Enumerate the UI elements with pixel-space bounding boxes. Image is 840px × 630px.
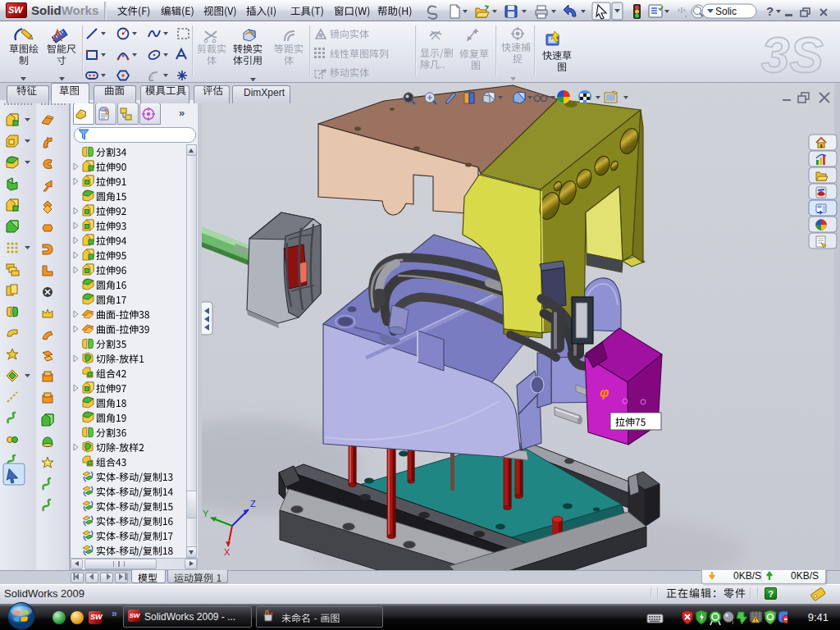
svg-text:?: ? — [766, 4, 774, 18]
svg-text:X: X — [224, 547, 231, 557]
svg-text:φ: φ — [600, 386, 609, 399]
svg-text:Solic: Solic — [715, 6, 737, 17]
svg-text:Z: Z — [250, 499, 256, 509]
svg-text:Y: Y — [203, 509, 209, 518]
svg-text:!: ! — [755, 617, 756, 623]
svg-text:3S: 3S — [761, 26, 824, 82]
